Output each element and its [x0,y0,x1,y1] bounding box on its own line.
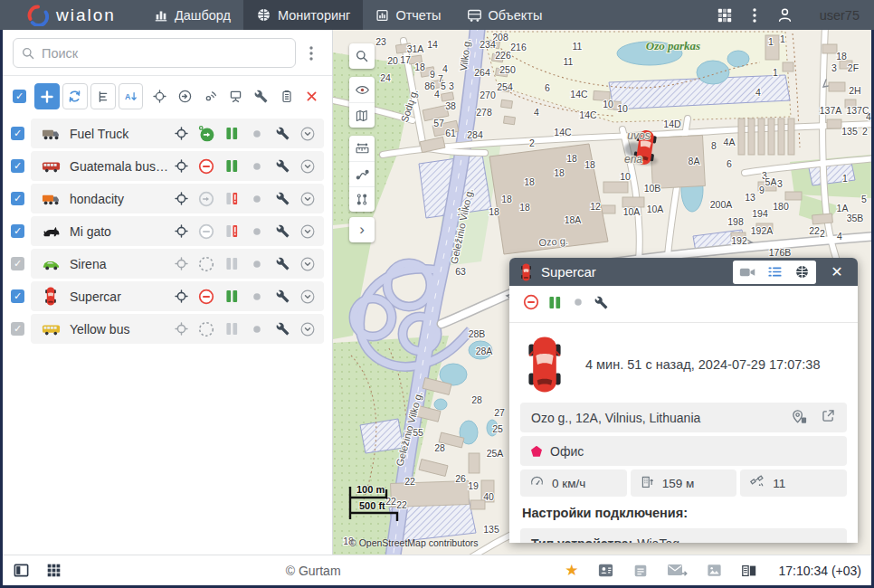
tab-reports[interactable]: Отчеты [363,0,453,30]
unit-name[interactable]: Sirena [63,257,168,271]
unit-properties-icon[interactable] [270,257,295,270]
add-unit-button[interactable] [34,83,60,109]
remove-all-icon[interactable] [300,85,323,109]
unit-menu-icon[interactable] [295,223,320,240]
toggle-panel-icon[interactable] [13,562,30,579]
unit-row[interactable]: ✓ hondacity [3,184,332,213]
refresh-button[interactable] [62,83,88,109]
tab-monitoring[interactable]: Мониторинг [243,0,363,30]
apply-clipboard-icon[interactable] [275,85,298,109]
copyright[interactable]: © Gurtam [62,564,565,578]
unit-menu-icon[interactable] [295,158,320,175]
tab-objects[interactable]: Объекты [454,0,556,30]
panel-menu-icon[interactable] [296,38,327,68]
altitude-stat: 159 м [631,469,737,497]
unit-properties-icon[interactable] [270,127,295,140]
video-view-icon[interactable] [734,261,761,283]
unit-row[interactable]: ✓ Fuel Truck [3,119,332,148]
popup-close-icon[interactable]: ✕ [825,263,849,280]
lbs-detect-icon[interactable] [199,85,222,109]
connection-state-icon [219,255,244,272]
username[interactable]: user75 [813,8,860,23]
unit-menu-icon[interactable] [295,126,320,142]
unit-checkbox[interactable]: ✓ [11,192,24,205]
apps-dock-icon[interactable] [46,563,62,578]
unit-properties-icon[interactable] [270,159,295,173]
tab-dashboard[interactable]: Дашборд [141,0,243,30]
apps-grid-icon[interactable] [717,7,733,24]
unit-row[interactable]: ✓ Yellow bus [3,314,332,344]
wialon-logo[interactable]: wialon [27,5,141,26]
send-command-icon[interactable] [174,85,196,109]
unit-menu-icon[interactable] [295,321,320,337]
unit-name[interactable]: Yellow bus [63,322,168,337]
more-menu-icon[interactable] [753,8,756,23]
locate-on-map-icon[interactable] [168,158,194,174]
unit-name[interactable]: Fuel Truck [63,127,168,141]
properties-wrench-icon[interactable] [250,85,272,109]
unit-checkbox[interactable]: ✓ [11,257,24,270]
select-all-checkbox[interactable]: ✓ [13,90,26,103]
map-search-icon[interactable] [349,43,375,69]
unit-menu-icon[interactable] [295,256,320,272]
unit-row[interactable]: ✓ Guatemala bus… [3,151,332,181]
unit-name[interactable]: hondacity [63,192,168,206]
unit-checkbox[interactable]: ✓ [11,159,24,173]
tab-label: Мониторинг [278,8,350,23]
locate-on-map-icon[interactable] [168,223,194,239]
unit-properties-icon[interactable] [270,224,295,238]
map-visibility-icon[interactable] [349,77,375,102]
locate-on-map-icon[interactable] [168,256,194,271]
unit-properties-icon[interactable] [270,289,295,303]
unit-name[interactable]: Supercar [63,289,168,304]
unit-properties-icon[interactable] [270,322,295,336]
unit-checkbox[interactable]: ✓ [11,322,24,336]
unit-menu-icon[interactable] [295,191,320,207]
map-view-icon[interactable] [788,261,815,283]
user-icon[interactable] [776,6,793,24]
map-label: 18 [414,62,425,72]
log-icon[interactable] [741,563,757,579]
unit-properties-icon[interactable] [594,296,608,313]
popup-header[interactable]: Supercar ✕ [509,258,858,286]
search-input[interactable] [13,38,296,68]
unit-properties-icon[interactable] [270,192,295,205]
locate-on-map-icon[interactable] [168,289,194,304]
unit-row[interactable]: ✓ Mi gato [3,216,332,246]
locate-on-map-icon[interactable] [168,126,194,141]
map[interactable]: Ozo parkas 2320241431A171849786534385761… [333,30,871,555]
info-view-icon[interactable] [761,261,788,283]
monitor-events-icon[interactable] [224,85,247,109]
map-expand-icon[interactable]: › [349,217,375,242]
media-icon[interactable] [706,562,723,579]
map-ruler-icon[interactable] [349,136,375,161]
unit-menu-icon[interactable] [295,289,320,305]
copy-coordinates-icon[interactable] [791,408,808,428]
unit-name[interactable]: Guatemala bus… [63,159,168,174]
map-routing-icon[interactable] [349,161,375,186]
map-label: 17 [400,54,411,65]
unit-name[interactable]: Mi gato [63,224,168,239]
favorites-star-icon[interactable]: ★ [565,563,578,578]
unit-row[interactable]: ✓ Supercar [3,281,332,311]
locate-on-map-icon[interactable] [168,191,194,206]
tree-view-button[interactable] [90,83,116,109]
search-icon [21,46,35,61]
unit-checkbox[interactable]: ✓ [11,289,24,303]
unit-row[interactable]: ✓ Sirena [3,249,332,279]
open-location-icon[interactable] [821,408,836,428]
notes-icon[interactable] [632,563,649,579]
sort-button[interactable]: A [119,83,144,109]
unit-checkbox[interactable]: ✓ [11,224,24,238]
map-label: 35B [847,213,864,223]
map-label: 40 [483,491,494,502]
map-label: 216 [510,42,527,52]
locate-all-icon[interactable] [148,85,171,109]
map-layers-icon[interactable] [349,102,375,128]
unit-checkbox[interactable]: ✓ [11,127,24,140]
locate-on-map-icon[interactable] [168,321,194,337]
messages-icon[interactable] [667,564,688,578]
map-label: 3 [831,62,837,73]
contacts-icon[interactable] [597,562,614,579]
map-markers-icon[interactable] [349,186,375,212]
